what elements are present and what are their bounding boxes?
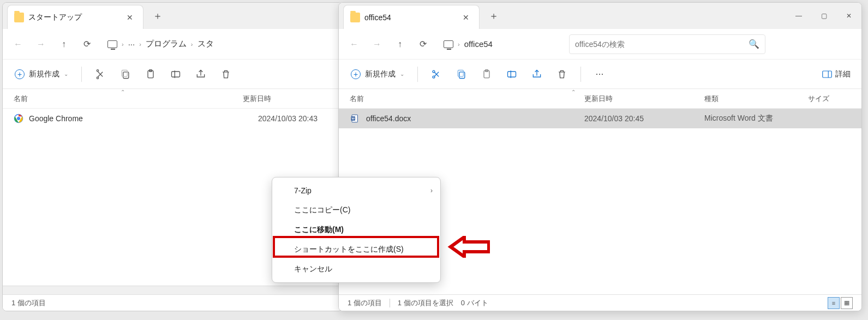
folder-icon [14, 13, 24, 22]
address-bar[interactable]: › office54 [438, 33, 564, 55]
paste-button[interactable] [139, 63, 163, 85]
maximize-button[interactable]: ▢ [811, 4, 836, 28]
new-label: 新規作成 [365, 69, 396, 79]
search-input[interactable] [575, 40, 749, 49]
file-date: 2024/10/03 20:45 [584, 114, 704, 123]
file-row[interactable]: W office54.docx 2024/10/03 20:45 Microso… [339, 109, 861, 128]
menu-label: ここにコピー(C) [294, 205, 350, 215]
menu-7zip[interactable]: 7-Zip› [272, 181, 440, 200]
chevron-down-icon: ⌄ [64, 71, 68, 77]
svg-rect-9 [459, 72, 465, 78]
folder-icon [350, 13, 360, 22]
forward-button[interactable]: → [366, 33, 388, 55]
trash-icon [220, 69, 231, 80]
col-name[interactable]: 名前 [350, 94, 584, 104]
search-box[interactable]: 🔍 [569, 34, 765, 54]
chevron-right-icon: › [430, 187, 433, 194]
col-type[interactable]: 種類 [704, 94, 808, 104]
h-scrollbar[interactable] [3, 286, 342, 294]
new-button[interactable]: + 新規作成 ⌄ [8, 64, 75, 85]
separator [417, 67, 418, 82]
titlebar: office54 ✕ ＋ — ▢ ✕ [339, 3, 861, 29]
up-button[interactable]: ↑ [389, 33, 411, 55]
refresh-button[interactable]: ⟳ [412, 33, 434, 55]
context-menu: 7-Zip› ここにコピー(C) ここに移動(M) ショートカットをここに作成(… [272, 177, 441, 283]
chevron-right-icon: › [139, 41, 141, 48]
rename-icon [506, 69, 517, 80]
col-size[interactable]: サイズ [808, 94, 851, 104]
menu-create-shortcut[interactable]: ショートカットをここに作成(S) [272, 240, 440, 259]
close-window-button[interactable]: ✕ [836, 4, 861, 28]
minimize-button[interactable]: — [786, 4, 811, 28]
delete-button[interactable] [550, 63, 574, 85]
rename-button[interactable] [164, 63, 188, 85]
details-button[interactable]: 詳細 [817, 69, 856, 79]
back-button[interactable]: ← [7, 33, 29, 55]
chevron-right-icon: › [122, 41, 124, 48]
view-buttons: ≡ ▦ [828, 297, 853, 309]
copy-button[interactable] [113, 63, 137, 85]
chrome-icon [14, 113, 23, 124]
tab-office54[interactable]: office54 ✕ [343, 5, 480, 29]
share-button[interactable] [525, 63, 549, 85]
breadcrumb-seg[interactable]: office54 [464, 39, 493, 49]
menu-copy-here[interactable]: ここにコピー(C) [272, 200, 440, 220]
breadcrumb-ellipsis[interactable]: ··· [128, 39, 135, 49]
file-name: office54.docx [366, 114, 584, 123]
col-date[interactable]: 更新日時 [243, 94, 343, 104]
svg-text:W: W [351, 117, 355, 120]
file-date: 2024/10/03 20:43 [258, 114, 342, 123]
scissors-icon [431, 69, 442, 80]
pc-icon [107, 40, 117, 48]
new-tab-button[interactable]: ＋ [148, 6, 167, 26]
col-name[interactable]: 名前 [14, 94, 243, 104]
separator [81, 67, 82, 82]
breadcrumb-seg[interactable]: スタ [197, 39, 214, 49]
new-button[interactable]: + 新規作成 ⌄ [344, 64, 411, 85]
nav-bar: ← → ↑ ⟳ › office54 🔍 [339, 29, 861, 60]
file-row[interactable]: Google Chrome 2024/10/03 20:43 [3, 109, 342, 128]
delete-button[interactable] [214, 63, 238, 85]
refresh-button[interactable]: ⟳ [76, 33, 98, 55]
sort-asc-icon: ⌃ [571, 89, 576, 95]
paste-button[interactable] [475, 63, 499, 85]
status-bar: 1 個の項目 1 個の項目を選択 0 バイト ≡ ▦ [339, 294, 861, 311]
menu-cancel[interactable]: キャンセル [272, 259, 440, 279]
status-count: 1 個の項目 [348, 298, 382, 308]
breadcrumb-seg[interactable]: プログラム [146, 39, 187, 49]
forward-button[interactable]: → [30, 33, 52, 55]
titlebar: スタートアップ ✕ ＋ [3, 3, 342, 29]
close-tab-icon[interactable]: ✕ [122, 10, 137, 25]
address-bar[interactable]: › ··· › プログラム › スタ [102, 33, 338, 55]
share-button[interactable] [189, 63, 213, 85]
tab-startup[interactable]: スタートアップ ✕ [7, 5, 143, 29]
cut-button[interactable] [424, 63, 448, 85]
copy-icon [456, 69, 467, 80]
menu-label: キャンセル [294, 264, 332, 274]
view-icons-button[interactable]: ▦ [841, 297, 853, 309]
svg-point-7 [433, 70, 435, 73]
rename-button[interactable] [500, 63, 524, 85]
trash-icon [556, 69, 567, 80]
status-selected: 1 個の項目を選択 [398, 298, 453, 308]
share-icon [195, 69, 206, 80]
copy-button[interactable] [450, 63, 474, 85]
svg-rect-0 [123, 72, 129, 78]
copy-icon [120, 69, 131, 80]
back-button[interactable]: ← [343, 33, 365, 55]
view-details-button[interactable]: ≡ [828, 297, 840, 309]
col-date[interactable]: 更新日時 [584, 94, 704, 104]
new-tab-button[interactable]: ＋ [484, 6, 504, 26]
more-button[interactable]: ··· [588, 63, 612, 85]
separator [390, 299, 390, 307]
pc-icon [444, 40, 453, 48]
new-label: 新規作成 [29, 69, 59, 79]
clipboard-icon [145, 69, 156, 80]
menu-label: ここに移動(M) [294, 225, 344, 235]
details-pane-icon [822, 70, 832, 78]
column-headers: ⌃ 名前 更新日時 [3, 89, 342, 109]
close-tab-icon[interactable]: ✕ [458, 10, 474, 25]
cut-button[interactable] [88, 63, 112, 85]
up-button[interactable]: ↑ [53, 33, 75, 55]
menu-move-here[interactable]: ここに移動(M) [272, 220, 440, 240]
